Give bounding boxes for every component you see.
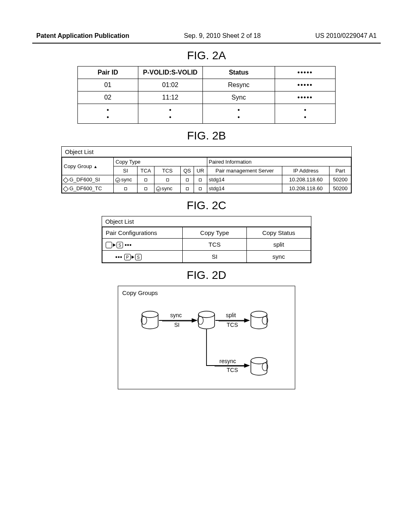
col-copy-status: Copy Status [247,227,311,239]
storage-cylinder-icon [198,311,215,329]
edge-label-top: split [226,312,236,318]
vdots-icon: •• [138,104,202,124]
cell-tca [137,184,154,193]
cell-pms: stdg14 [207,184,282,193]
fig-2c-panel-title: Object List [102,216,311,227]
col-part: Part [330,166,351,175]
table-row[interactable]: ••• PS SI sync [102,251,311,263]
col-more-indicator: ••••• [275,66,336,79]
cell-si [114,184,137,193]
table-row: 02 11:12 Sync ••••• [78,91,336,104]
edge-label-top: resync [219,358,236,364]
vdots-icon: •• [275,104,336,124]
fig-2a-table: Pair ID P-VOLID:S-VOLID Status ••••• 01 … [77,66,336,124]
page-header: Patent Application Publication Sep. 9, 2… [32,0,381,44]
cell-pms: stdg14 [207,175,282,184]
fig-2b-title: FIG. 2B [32,129,381,142]
empty-box-icon [186,187,189,190]
col-status: Status [202,66,275,79]
fig-2a-title: FIG. 2A [32,49,381,62]
cell-tcs [154,175,180,184]
cell-tcs: sync [154,184,180,193]
col-tca: TCA [137,166,154,175]
diamond-icon [63,186,69,191]
check-circle-icon [115,178,120,183]
empty-box-icon [199,179,202,181]
col-pair-config: Pair Configurations [102,227,183,239]
cell-copy-type: TCS [183,239,247,251]
cell-pair-config: ••• PS [102,251,183,263]
empty-box-icon [186,179,189,181]
cell-pair-id: 01 [78,79,138,91]
cell-copy-status: split [247,239,311,251]
empty-box-icon [166,179,169,181]
cell-ur [194,184,207,193]
cell-copy-group: G_DF600_TC [62,184,114,193]
empty-box-icon [124,187,127,190]
fig-2b-panel-title: Object List [62,147,351,157]
header-publication-type: Patent Application Publication [36,32,129,39]
col-copy-type-group: Copy Type [114,158,207,166]
cell-ip: 10.208.118.60 [282,175,330,184]
cell-copy-group: G_DF600_SI [62,175,114,184]
edge-label-bot: TCS [227,367,238,373]
col-copy-group[interactable]: Copy Group ▲ [62,158,114,175]
col-pms: Pair management Server [207,166,282,175]
table-row[interactable]: G_DF600_SI sync stdg14 10.208.118.60 502… [62,175,351,184]
table-row: 01 01:02 Resync ••••• [78,79,336,91]
fig-2d-title: FIG. 2D [32,269,381,282]
fig-2d-panel: Copy Groups [118,286,295,389]
pair-config-icon: S ••• [106,241,132,248]
fig-2d-panel-title: Copy Groups [122,289,291,300]
col-ur: UR [194,166,207,175]
cell-part: 50200 [330,184,351,193]
table-row[interactable]: S ••• TCS split [102,239,311,251]
cell-si: sync [114,175,137,184]
col-paired-info-group: Paired Information [207,158,351,166]
check-circle-icon [156,187,161,191]
fig-2c-panel: Object List Pair Configurations Copy Typ… [102,216,311,263]
cell-copy-type: SI [183,251,247,263]
fig-2b-panel: Object List Copy Group ▲ Copy Type Paire… [61,146,352,193]
empty-box-icon [199,187,202,190]
cell-pvolid: 11:12 [138,91,202,104]
cell-pvolid: 01:02 [138,79,202,91]
col-pvolid: P-VOLID:S-VOLID [138,66,202,79]
cell-tca [137,175,154,184]
cell-qs [181,184,194,193]
edge-label-top: sync [170,312,182,318]
storage-cylinder-icon [251,357,268,375]
empty-box-icon [144,179,147,181]
table-row-continued: •• •• •• •• [78,104,336,124]
cell-more: ••••• [275,91,336,104]
cell-part: 50200 [330,175,351,184]
empty-box-icon [144,187,147,190]
storage-cylinder-icon [141,311,158,329]
pair-config-icon: ••• PS [106,253,142,260]
cell-pair-config: S ••• [102,239,183,251]
diamond-icon [63,177,69,183]
col-si: SI [114,166,137,175]
header-pub-number: US 2010/0229047 A1 [315,32,377,39]
fig-2b-table: Copy Group ▲ Copy Type Paired Informatio… [62,157,351,193]
col-ip: IP Address [282,166,330,175]
col-copy-type: Copy Type [183,227,247,239]
cell-pair-id: 02 [78,91,138,104]
cell-qs [181,175,194,184]
vdots-icon: •• [202,104,275,124]
edge-label-bot: SI [174,322,179,328]
cell-status: Sync [202,91,275,104]
table-row[interactable]: G_DF600_TC sync stdg14 10.208.118.60 502… [62,184,351,193]
fig-2c-table: Pair Configurations Copy Type Copy Statu… [102,227,311,263]
cell-copy-status: sync [247,251,311,263]
vdots-icon: •• [78,104,138,124]
cell-ip: 10.208.118.60 [282,184,330,193]
copy-groups-diagram: sync SI split TCS resync TCS [126,300,287,381]
fig-2c-title: FIG. 2C [32,199,381,212]
sort-asc-icon: ▲ [94,164,98,169]
col-tcs: TCS [154,166,180,175]
cell-more: ••••• [275,79,336,91]
col-qs: QS [181,166,194,175]
col-pair-id: Pair ID [78,66,138,79]
cell-ur [194,175,207,184]
